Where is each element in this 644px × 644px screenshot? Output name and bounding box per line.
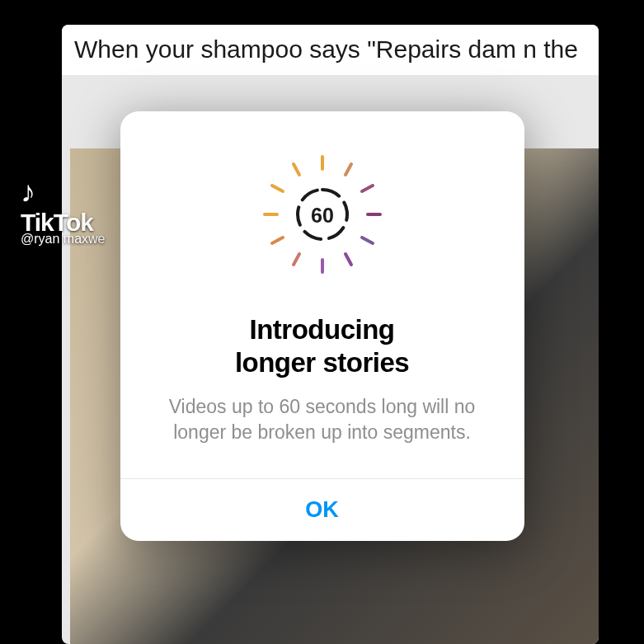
svg-line-5 [346, 254, 351, 265]
svg-line-10 [272, 186, 283, 191]
svg-line-1 [346, 164, 351, 175]
modal-icon-container: 60 [157, 144, 487, 284]
modal-description: Videos up to 60 seconds long will no lon… [157, 394, 487, 445]
modal-footer: OK [120, 478, 524, 541]
modal-body: 60 Introducing longer stories Videos up … [120, 111, 524, 477]
announcement-modal: 60 Introducing longer stories Videos up … [120, 111, 524, 540]
svg-line-4 [362, 237, 373, 243]
ok-button[interactable]: OK [139, 497, 506, 523]
svg-line-2 [362, 186, 373, 191]
svg-line-8 [272, 237, 283, 243]
modal-title-line1: Introducing [250, 314, 395, 345]
modal-title: Introducing longer stories [157, 313, 487, 378]
modal-title-line2: longer stories [235, 347, 409, 378]
modal-overlay: 60 Introducing longer stories Videos up … [0, 0, 644, 644]
svg-line-7 [294, 254, 299, 265]
svg-line-11 [294, 164, 299, 175]
timer-number: 60 [311, 204, 334, 227]
timer-60-icon: 60 [252, 144, 393, 284]
